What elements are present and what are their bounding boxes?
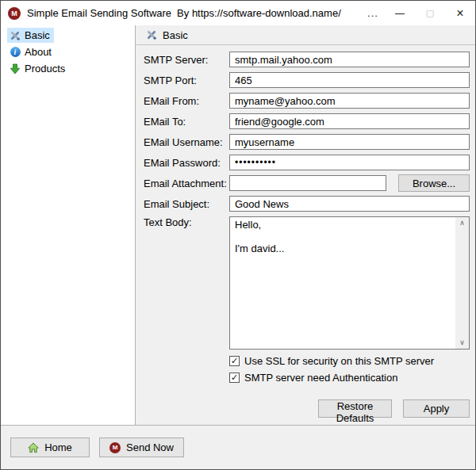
minimize-icon: — <box>395 9 405 18</box>
email-from-input[interactable] <box>229 93 470 109</box>
sidebar-item-label: Basic <box>25 29 50 41</box>
form-row-email-to: EMail To: <box>144 113 470 129</box>
title-bar: M Simple Email Sending Software By https… <box>1 1 475 25</box>
form-row-email-username: EMail Username: <box>144 134 470 150</box>
home-button[interactable]: Home <box>10 438 90 457</box>
email-attachment-input[interactable] <box>229 175 386 191</box>
title-overflow-icon[interactable]: ... <box>361 1 385 25</box>
field-label: Email Subject: <box>144 198 229 210</box>
ssl-checkbox-label: Use SSL for security on this SMTP server <box>244 355 434 367</box>
field-label: EMail To: <box>144 116 229 128</box>
send-now-button[interactable]: M Send Now <box>99 438 184 457</box>
sidebar-item-products[interactable]: Products <box>7 61 69 76</box>
restore-defaults-button[interactable]: Restore Defaults <box>318 399 392 418</box>
apply-button[interactable]: Apply <box>403 399 470 418</box>
form-row-text-body: Text Body: Hello, I'm david... ∧ ∨ <box>144 216 470 350</box>
text-body-input[interactable]: Hello, I'm david... <box>230 217 455 349</box>
window-title-byline: By https://software-download.name/ <box>177 7 341 19</box>
maximize-button[interactable]: ▢ <box>415 1 445 25</box>
download-arrow-icon <box>10 63 21 75</box>
maximize-icon: ▢ <box>426 9 434 17</box>
panel-title: Basic <box>163 29 188 41</box>
footer-bar: Home M Send Now <box>1 425 475 469</box>
home-icon <box>28 442 39 453</box>
send-now-button-label: Send Now <box>126 441 174 453</box>
field-label: Text Body: <box>144 216 229 228</box>
form-row-smtp-server: SMTP Server: <box>144 52 470 67</box>
scroll-up-icon[interactable]: ∧ <box>459 220 465 227</box>
email-to-input[interactable] <box>229 113 470 129</box>
field-label: SMTP Server: <box>144 54 229 66</box>
sidebar: Basic i About Products <box>1 25 136 425</box>
smtp-port-input[interactable] <box>229 72 470 88</box>
field-label: Email Attachment: <box>144 178 229 189</box>
auth-checkbox-row[interactable]: ✓ SMTP server need Authentication <box>229 371 470 384</box>
email-subject-input[interactable] <box>229 196 470 212</box>
home-button-label: Home <box>44 441 72 453</box>
window-title: Simple Email Sending Software <box>27 7 171 19</box>
form-row-email-from: EMail From: <box>144 93 470 109</box>
field-label: SMTP Port: <box>144 75 229 86</box>
sidebar-item-about[interactable]: i About <box>7 44 56 59</box>
close-icon: × <box>456 7 463 20</box>
send-icon: M <box>109 442 121 453</box>
auth-checkbox[interactable]: ✓ <box>229 373 240 383</box>
field-label: EMail Password: <box>144 157 229 169</box>
field-label: EMail From: <box>144 95 229 107</box>
text-body-scrollbar[interactable]: ∧ ∨ <box>455 217 469 349</box>
tools-icon <box>10 30 21 41</box>
settings-form: SMTP Server: SMTP Port: EMail From: EMai… <box>136 45 475 418</box>
ssl-checkbox-row[interactable]: ✓ Use SSL for security on this SMTP serv… <box>229 354 470 367</box>
action-button-row: Restore Defaults Apply <box>144 399 470 418</box>
tools-icon <box>146 29 157 40</box>
text-body-box: Hello, I'm david... ∧ ∨ <box>229 216 470 350</box>
minimize-button[interactable]: — <box>385 1 415 25</box>
app-icon: M <box>8 7 21 20</box>
smtp-server-input[interactable] <box>229 52 470 67</box>
app-window: { "window": { "title": "Simple Email Sen… <box>0 0 476 470</box>
close-button[interactable]: × <box>445 1 475 25</box>
email-password-input[interactable] <box>229 155 470 170</box>
content-area: Basic i About Products <box>1 25 475 425</box>
form-row-email-password: EMail Password: <box>144 155 470 170</box>
form-row-email-attachment: Email Attachment: Browse... <box>144 175 470 191</box>
info-icon: i <box>10 47 21 58</box>
email-username-input[interactable] <box>229 134 470 150</box>
auth-checkbox-label: SMTP server need Authentication <box>244 372 397 384</box>
main-panel: Basic SMTP Server: SMTP Port: EMail From… <box>136 25 475 425</box>
sidebar-item-label: About <box>25 46 52 58</box>
ssl-checkbox[interactable]: ✓ <box>229 356 240 366</box>
browse-button[interactable]: Browse... <box>398 174 470 192</box>
scroll-down-icon[interactable]: ∨ <box>459 339 465 346</box>
sidebar-item-label: Products <box>25 63 65 75</box>
form-row-email-subject: Email Subject: <box>144 196 470 212</box>
panel-header: Basic <box>136 25 475 45</box>
field-label: EMail Username: <box>144 136 229 148</box>
sidebar-item-basic[interactable]: Basic <box>7 28 54 43</box>
form-row-smtp-port: SMTP Port: <box>144 72 470 88</box>
